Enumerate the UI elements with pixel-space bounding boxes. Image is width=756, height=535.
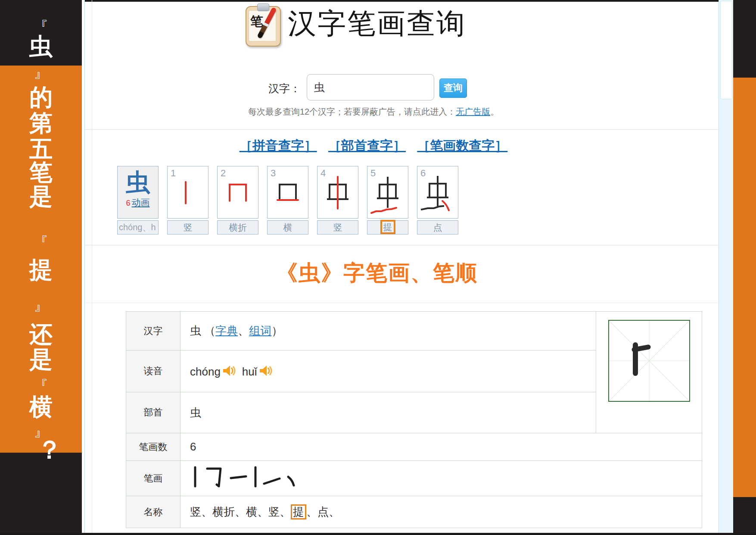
banner-char: 提 bbox=[0, 258, 82, 281]
banner-char: 笔 bbox=[0, 160, 82, 184]
banner-char: 』 bbox=[0, 298, 82, 313]
right-strip-black-top bbox=[733, 0, 756, 78]
banner-char: 是 bbox=[0, 185, 82, 208]
stroke-animation-grid[interactable] bbox=[608, 320, 690, 402]
stroke-name-highlighted: 提 bbox=[380, 220, 395, 234]
nav-radical-lookup[interactable]: ［部首查字］ bbox=[328, 138, 406, 153]
clipboard-clip bbox=[257, 3, 269, 11]
notice-text: 每次最多查询12个汉字；若要屏蔽广告，请点此进入： bbox=[248, 107, 456, 116]
stroke-name: 横 bbox=[283, 222, 292, 232]
banner-question-mark: ？ bbox=[9, 437, 90, 462]
names-before: 竖、横折、横、竖、 bbox=[190, 505, 291, 518]
banner-char: 』 bbox=[0, 66, 82, 80]
lookup-nav: ［拼音查字］ ［部首查字］ ［笔画数查字］ bbox=[85, 137, 662, 155]
hanzi-value: 虫 （字典、组词） bbox=[180, 312, 596, 350]
stroke-step-2: 2 横折 bbox=[217, 166, 258, 235]
page: 『 虫 』 的 第 五 笔 是 『 提 』 还 是 『 横 』 ？ 笔 汉字笔画… bbox=[0, 0, 756, 535]
divider bbox=[85, 129, 718, 130]
stroke-count-value: 6 bbox=[180, 433, 702, 461]
banner-char: 第 bbox=[0, 111, 82, 135]
page-title: 汉字笔画查询 bbox=[288, 4, 466, 43]
table-row: 笔画 bbox=[126, 461, 702, 496]
stroke-image-6 bbox=[417, 166, 459, 219]
row-label: 读音 bbox=[126, 350, 180, 392]
stroke-step-5: 5 提 bbox=[367, 166, 408, 235]
main-char: 虫 bbox=[118, 169, 158, 196]
stroke-step-6: 6 点 bbox=[417, 166, 458, 235]
banner-char: 『 bbox=[0, 235, 82, 249]
speaker-icon[interactable] bbox=[259, 364, 273, 377]
banner-char: 横 bbox=[0, 395, 82, 418]
section-heading: 《虫》字笔画、笔顺 bbox=[43, 259, 711, 288]
stroke-image-3 bbox=[268, 166, 309, 219]
hanzi-close: ） bbox=[271, 324, 283, 337]
banner-char: 『 bbox=[0, 19, 82, 34]
right-frame-strip bbox=[733, 0, 756, 535]
dictionary-link[interactable]: 字典 bbox=[215, 324, 238, 337]
stroke-step-1: 1 竖 bbox=[167, 166, 208, 235]
nav-pinyin-lookup[interactable]: ［拼音查字］ bbox=[240, 138, 317, 153]
stroke-step-4: 4 竖 bbox=[317, 166, 358, 235]
stroke-count: 6 bbox=[126, 199, 130, 207]
radical-value: 虫 bbox=[180, 392, 596, 433]
nav-strokes-lookup[interactable]: ［笔画数查字］ bbox=[417, 138, 507, 153]
table-row: 名称 竖、横折、横、竖、提、点、 bbox=[126, 496, 702, 528]
search-label: 汉字： bbox=[241, 81, 301, 96]
mizige-svg bbox=[609, 321, 689, 401]
words-link[interactable]: 组词 bbox=[249, 324, 271, 337]
stroke-step-3: 3 横 bbox=[267, 166, 308, 235]
scrollbar-thumb[interactable] bbox=[720, 1, 732, 99]
stroke-image-1 bbox=[168, 166, 209, 219]
highlighted-stroke-name: 提 bbox=[291, 504, 306, 520]
stroke-sequence-image bbox=[190, 464, 319, 490]
stroke-image-4 bbox=[317, 166, 359, 219]
stroke-names-value: 竖、横折、横、竖、提、点、 bbox=[180, 496, 702, 528]
stroke-name: 竖 bbox=[333, 222, 342, 232]
banner-char: 虫 bbox=[0, 34, 82, 58]
pinyin-bar: chóng、h bbox=[117, 220, 159, 235]
no-ads-link[interactable]: 无广告版 bbox=[456, 107, 490, 116]
page-bottom-border bbox=[0, 533, 756, 535]
banner-char: 五 bbox=[0, 137, 82, 160]
animation-link[interactable]: 动画 bbox=[132, 197, 150, 207]
query-button[interactable]: 查询 bbox=[439, 78, 467, 98]
notice-line: 每次最多查询12个汉字；若要屏蔽广告，请点此进入：无广告版。 bbox=[85, 106, 662, 118]
banner-black-bottom bbox=[0, 453, 82, 535]
stroke-name: 横折 bbox=[229, 222, 247, 232]
separator: 、 bbox=[238, 324, 249, 337]
character-info-table: 汉字 虫 （字典、组词） 读音 chónghuǐ bbox=[126, 311, 702, 528]
banner-char: 『 bbox=[0, 379, 82, 393]
stroke-image-5 bbox=[367, 166, 409, 219]
row-label: 汉字 bbox=[126, 312, 180, 350]
site-logo-clipboard-brush-icon: 笔 bbox=[246, 3, 280, 46]
animation-cell bbox=[596, 312, 702, 433]
notice-period: 。 bbox=[490, 107, 499, 116]
table-row: 笔画数 6 bbox=[126, 433, 702, 461]
banner-char: 还 bbox=[0, 322, 82, 346]
hanzi-text: 虫 （ bbox=[190, 324, 215, 337]
row-label: 名称 bbox=[126, 496, 180, 528]
speaker-icon[interactable] bbox=[222, 364, 236, 377]
row-label: 笔画数 bbox=[126, 433, 180, 461]
row-label: 部首 bbox=[126, 392, 180, 433]
stroke-image-2 bbox=[218, 166, 259, 219]
stroke-name: 点 bbox=[433, 222, 442, 232]
divider bbox=[85, 303, 718, 303]
divider bbox=[85, 245, 718, 245]
pronunciation-value: chónghuǐ bbox=[180, 350, 596, 392]
names-after: 、点、 bbox=[306, 505, 340, 518]
banner-char: 是 bbox=[0, 347, 82, 371]
pinyin-2: huǐ bbox=[242, 365, 257, 378]
row-label: 笔画 bbox=[126, 461, 180, 496]
right-strip-black-bottom bbox=[733, 497, 756, 535]
stroke-name: 竖 bbox=[184, 222, 193, 232]
table-row: 汉字 虫 （字典、组词） bbox=[126, 312, 702, 350]
hanzi-search-input[interactable] bbox=[307, 74, 434, 100]
page-top-border bbox=[84, 0, 719, 2]
main-char-box: 虫 6动画 bbox=[117, 166, 159, 219]
banner-char: 的 bbox=[0, 85, 82, 109]
stroke-step-main: 虫 6动画 chóng、h bbox=[117, 166, 159, 235]
scrollbar-track[interactable] bbox=[719, 0, 734, 535]
strokes-value bbox=[180, 461, 702, 496]
pinyin-1: chóng bbox=[190, 365, 221, 378]
